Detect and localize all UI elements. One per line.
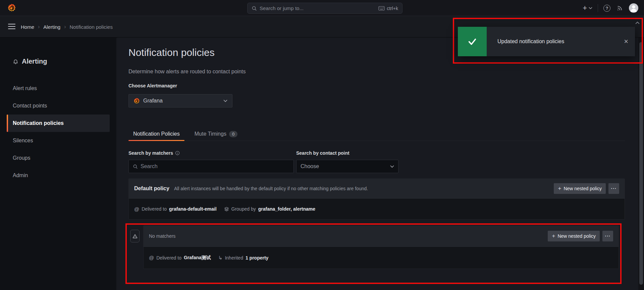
chevron-down-icon [390, 165, 394, 168]
breadcrumb: Home › Alerting › Notification policies [21, 16, 113, 38]
sidebar-section-alerting[interactable]: Alerting [13, 58, 47, 65]
breadcrumb-alerting[interactable]: Alerting [43, 24, 60, 30]
default-policy-header: Default policy All alert instances will … [129, 179, 625, 198]
breadcrumb-current: Notification policies [70, 24, 113, 30]
default-policy-title: Default policy [134, 186, 169, 192]
delivered-to-label: Delivered to [156, 255, 181, 261]
sidebar-item-label: Notification policies [13, 120, 64, 126]
plus-icon: + [583, 5, 587, 11]
scrollbar-thumb[interactable] [639, 42, 643, 285]
grouped-by-value: grafana_folder, alertname [258, 206, 315, 212]
warning-icon [132, 234, 138, 239]
sidebar-nav: Alert rules Contact points Notification … [7, 80, 110, 184]
new-item-button[interactable]: + [583, 5, 592, 11]
more-icon: ··· [605, 233, 611, 239]
mute-timings-count-badge: 0 [229, 131, 237, 137]
info-icon [175, 151, 180, 155]
tab-bar: Notification Policies Mute Timings 0 [128, 127, 625, 141]
toast-success-indicator [458, 27, 487, 56]
nested-policy-meta: @ Delivered to Grafana测试 ↳ Inherited 1 p… [144, 246, 619, 269]
search-shortcut: ctrl+k [378, 6, 398, 11]
sidebar-item-label: Alert rules [13, 85, 37, 91]
toast-title: Updated notification policies [497, 39, 564, 45]
chevron-up-icon[interactable] [635, 21, 640, 24]
sidebar-item-label: Groups [13, 155, 30, 161]
policy-warning-indicator [130, 230, 140, 242]
default-policy-more-button[interactable]: ··· [608, 183, 619, 194]
global-search-box[interactable]: ctrl+k [247, 3, 402, 14]
inherited-arrow-icon: ↳ [218, 255, 223, 261]
sidebar-item-label: Contact points [13, 103, 47, 109]
delivered-to-label: Delivered to [142, 206, 167, 212]
bell-icon [13, 59, 18, 64]
matchers-search-field[interactable] [128, 160, 294, 173]
sidebar-item-contact-points[interactable]: Contact points [7, 97, 110, 115]
plus-icon: + [552, 233, 555, 239]
nested-policy-header: No matchers + New nested policy ··· [144, 226, 619, 246]
sidebar-item-label: Admin [13, 172, 28, 178]
alertmanager-value: Grafana [143, 98, 220, 104]
search-shortcut-text: ctrl+k [387, 6, 398, 11]
search-icon [133, 164, 138, 169]
breadcrumb-separator: › [38, 24, 40, 30]
sidebar-item-silences[interactable]: Silences [7, 132, 110, 149]
chevron-down-icon [223, 99, 227, 102]
alertmanager-label: Choose Alertmanager [128, 83, 177, 88]
default-policy-card: Default policy All alert instances will … [128, 178, 625, 220]
sidebar-title: Alerting [22, 58, 47, 65]
alertmanager-picker[interactable]: Grafana [128, 94, 232, 107]
nested-policy-title: No matchers [149, 233, 175, 239]
at-icon: @ [134, 206, 139, 212]
chevron-down-icon [589, 7, 592, 9]
news-rss-icon[interactable] [616, 5, 623, 11]
toast-close-icon[interactable]: × [624, 38, 628, 45]
sidebar-item-admin[interactable]: Admin [7, 167, 110, 184]
sidebar-item-alert-rules[interactable]: Alert rules [7, 80, 110, 97]
breadcrumb-separator: › [64, 24, 66, 30]
default-policy-meta: @ Delivered to grafana-default-email Gro… [129, 198, 625, 219]
tab-label: Mute Timings [195, 131, 226, 137]
plus-icon: + [558, 185, 561, 192]
delivered-to-value: grafana-default-email [169, 206, 217, 212]
toast-content: Updated notification policies × [487, 27, 635, 56]
button-label: New nested policy [564, 186, 602, 191]
global-search-input[interactable] [260, 5, 376, 11]
sidebar-item-groups[interactable]: Groups [7, 149, 110, 167]
grafana-logo-icon[interactable] [7, 3, 16, 12]
page-subtitle: Determine how alerts are routed to conta… [128, 69, 246, 75]
new-nested-policy-button[interactable]: + New nested policy [554, 183, 606, 194]
help-icon[interactable]: ? [603, 5, 610, 12]
search-icon [252, 6, 257, 11]
sidebar-item-notification-policies[interactable]: Notification policies [7, 115, 110, 132]
menu-toggle-icon[interactable] [8, 24, 15, 29]
tab-label: Notification Policies [133, 131, 180, 137]
grouped-by-label: Grouped by [231, 206, 256, 212]
tab-mute-timings[interactable]: Mute Timings 0 [190, 127, 242, 141]
button-label: New nested policy [557, 233, 596, 239]
user-avatar[interactable] [629, 3, 638, 13]
inherited-label: Inherited [225, 255, 243, 261]
contact-point-select[interactable]: Choose [296, 160, 398, 173]
search-by-contact-point-label: Search by contact point [296, 150, 350, 156]
label-text: Search by matchers [128, 150, 173, 156]
top-nav-actions: + ? [583, 0, 638, 16]
inherited-value: 1 property [246, 255, 268, 261]
layers-icon [224, 207, 229, 212]
nested-new-nested-policy-button[interactable]: + New nested policy [548, 231, 600, 241]
default-policy-description: All alert instances will be handled by t… [174, 186, 368, 191]
contact-point-select-value: Choose [301, 163, 387, 169]
nested-policy-more-button[interactable]: ··· [602, 231, 613, 241]
check-icon [467, 37, 477, 47]
success-toast: Updated notification policies × [458, 27, 635, 56]
breadcrumb-home[interactable]: Home [21, 24, 34, 30]
more-icon: ··· [611, 186, 617, 191]
search-by-matchers-label: Search by matchers [128, 150, 180, 156]
keyboard-icon [378, 6, 385, 11]
sidebar-item-label: Silences [13, 138, 33, 144]
page-title: Notification policies [128, 47, 215, 58]
question-glyph: ? [606, 6, 608, 11]
at-icon: @ [149, 255, 154, 261]
grafana-app: ctrl+k + ? [0, 0, 644, 290]
tab-notification-policies[interactable]: Notification Policies [128, 127, 184, 141]
matchers-search-input[interactable] [141, 163, 289, 169]
